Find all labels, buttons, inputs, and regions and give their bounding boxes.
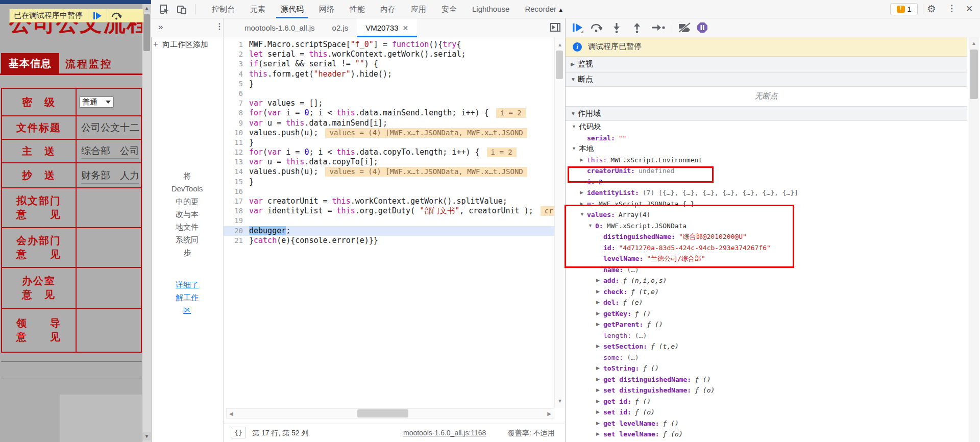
scope-row[interactable]: ▶check:ƒ (t,e)	[566, 286, 967, 298]
panel-tab-内存[interactable]: 内存	[373, 0, 403, 18]
resume-script-button[interactable]	[88, 9, 107, 22]
line-number[interactable]: 18	[224, 206, 249, 216]
chevron-right-icon[interactable]: ▶	[596, 297, 603, 308]
toggle-device-toolbar-button[interactable]	[177, 4, 187, 14]
editor-vertical-scrollbar[interactable]: ▲ ▼	[554, 37, 565, 408]
pause-on-exceptions-button[interactable]	[696, 21, 708, 34]
close-tab-icon[interactable]: ✕	[402, 24, 408, 32]
chevron-right-icon[interactable]: ▶	[596, 319, 603, 330]
scope-row[interactable]: ▶get levelName:ƒ ()	[566, 418, 967, 429]
code-line[interactable]: 11}	[224, 138, 554, 148]
scope-row[interactable]: serial:""	[566, 133, 967, 144]
scope-row[interactable]: length:(…)	[566, 330, 967, 341]
line-number[interactable]: 3	[224, 59, 249, 69]
chevron-down-icon[interactable]: ▼	[572, 143, 579, 155]
code-line[interactable]: 19	[224, 216, 554, 226]
step-button[interactable]	[651, 22, 666, 33]
panel-tab-Lighthouse[interactable]: Lighthouse	[464, 0, 517, 18]
panel-tab-安全[interactable]: 安全	[434, 0, 464, 18]
line-number[interactable]: 7	[224, 99, 249, 108]
line-number[interactable]: 17	[224, 197, 249, 206]
line-number[interactable]: 19	[224, 216, 249, 226]
code-editor[interactable]: 1MWF.Macro.scriptSpace["f_0"] = function…	[224, 37, 554, 407]
code-line[interactable]: 17var creatorUnit = this.workContext.get…	[224, 197, 554, 206]
line-number[interactable]: 12	[224, 148, 249, 157]
panel-tab-源代码[interactable]: 源代码	[273, 0, 311, 18]
add-folder-to-workspace[interactable]: +向工作区添加	[153, 39, 223, 50]
source-file-link[interactable]: mootools-1.6.0_all.js:1168	[403, 429, 486, 437]
editor-hscroll-thumb[interactable]	[357, 409, 408, 418]
code-line[interactable]: 13 var u = this.data.copyTo[i];	[224, 157, 554, 167]
file-tab-o2.js[interactable]: o2.js	[324, 18, 357, 37]
line-number[interactable]: 11	[224, 138, 249, 148]
page-scroll-thumb[interactable]	[143, 14, 150, 51]
page-tab-basic-info[interactable]: 基本信息	[1, 53, 59, 73]
code-line[interactable]: 5}	[224, 79, 554, 89]
chevron-right-icon[interactable]: ▶	[596, 363, 603, 374]
line-number[interactable]: 13	[224, 157, 249, 167]
chevron-right-icon[interactable]: ▶	[596, 374, 603, 385]
scope-row[interactable]: ▶get distinguishedName:ƒ ()	[566, 374, 967, 385]
editor-scroll-thumb[interactable]	[556, 51, 563, 79]
code-line[interactable]: 7var values = [];	[224, 99, 554, 108]
code-line[interactable]: 3if(serial && serial != "") {	[224, 59, 554, 69]
scroll-right-icon[interactable]: ▶	[547, 410, 551, 418]
chevron-right-icon[interactable]: ▶	[596, 418, 603, 429]
chevron-right-icon[interactable]: ▶	[596, 308, 603, 320]
breakpoints-section-header[interactable]: ▼ 断点	[566, 72, 967, 87]
scope-row[interactable]: ▶getKey:ƒ ()	[566, 308, 967, 320]
chevron-right-icon[interactable]: ▶	[580, 187, 587, 199]
workspace-learn-more-link[interactable]: 详细了解工作区	[151, 278, 223, 316]
scope-row[interactable]: some:(…)	[566, 352, 967, 363]
chevron-right-icon[interactable]: ▶	[596, 396, 603, 407]
code-line[interactable]: 2let serial = this.workContext.getWork()…	[224, 50, 554, 59]
code-line[interactable]: 8for(var i = 0; i < this.data.mainSend.l…	[224, 108, 554, 118]
file-tab-mootools-1.6.0_all.js[interactable]: mootools-1.6.0_all.js	[236, 18, 324, 37]
scope-row[interactable]: ▼代码块	[566, 121, 967, 133]
code-line[interactable]: 4 this.form.get("header").hide();	[224, 69, 554, 79]
line-number[interactable]: 2	[224, 50, 249, 59]
line-number[interactable]: 21	[224, 236, 249, 245]
step-over-button[interactable]	[107, 9, 126, 22]
panel-tab-Recorder[interactable]: Recorder ▲	[517, 0, 571, 18]
code-line[interactable]: 14 values.push(u);values = (4) [MWF.x…t.…	[224, 167, 554, 177]
scope-row[interactable]: ▶this:MWF.xScript.Environment	[566, 155, 967, 166]
code-line[interactable]: 16	[224, 187, 554, 197]
code-line[interactable]: 9 var u = this.data.mainSend[i];	[224, 118, 554, 128]
code-line[interactable]: 1MWF.Macro.scriptSpace["f_0"] = function…	[224, 40, 554, 50]
panel-tab-控制台[interactable]: 控制台	[204, 0, 242, 18]
page-tab-process-monitor[interactable]: 流程监控	[65, 57, 112, 71]
line-number[interactable]: 14	[224, 167, 249, 177]
resume-script-button[interactable]	[572, 22, 584, 33]
sidebar-scroll-thumb[interactable]	[970, 50, 978, 99]
code-line[interactable]: 12for(var i = 0; i < this.data.copyTo.le…	[224, 148, 554, 157]
chevron-right-icon[interactable]: ▶	[596, 341, 603, 352]
scope-row[interactable]: ▶set id:ƒ (o)	[566, 407, 967, 418]
line-number[interactable]: 16	[224, 187, 249, 197]
panel-tab-性能[interactable]: 性能	[342, 0, 373, 18]
scope-row[interactable]: ▶set distinguishedName:ƒ (o)	[566, 385, 967, 396]
chevron-down-icon[interactable]: ▼	[572, 121, 579, 133]
toggle-debugger-sidebar-button[interactable]	[550, 23, 560, 32]
code-line[interactable]: 21}catch(e){console.error(e)}}	[224, 236, 554, 245]
code-line[interactable]: 6	[224, 89, 554, 99]
code-line[interactable]: 10 values.push(u);values = (4) [MWF.x…t.…	[224, 128, 554, 138]
chevron-right-icon[interactable]: ▶	[596, 275, 603, 286]
line-number[interactable]: 8	[224, 108, 249, 118]
scope-row[interactable]: ▶setSection:ƒ (t,e)	[566, 341, 967, 352]
page-scrollbar[interactable]: ▲ ▼	[142, 4, 151, 442]
chevron-right-icon[interactable]: ▶	[580, 155, 587, 166]
scope-row[interactable]: ▶add:ƒ (n,i,o,s)	[566, 275, 967, 286]
line-number[interactable]: 15	[224, 177, 249, 187]
code-line[interactable]: 15}	[224, 177, 554, 187]
issues-counter-button[interactable]: 1	[890, 3, 918, 15]
navigator-more-tabs-button[interactable]: »	[158, 22, 163, 32]
security-level-select[interactable]: 普通	[79, 96, 114, 108]
chevron-right-icon[interactable]: ▶	[596, 407, 603, 418]
navigator-menu-icon[interactable]: ⋮	[215, 21, 224, 31]
scope-row[interactable]: ▼本地	[566, 143, 967, 155]
scope-section-header[interactable]: ▼ 作用域	[566, 106, 967, 121]
scroll-left-icon[interactable]: ◀	[229, 410, 233, 418]
scope-row[interactable]: ▶set levelName:ƒ (o)	[566, 429, 967, 440]
scope-row[interactable]: ▶del:ƒ (e)	[566, 297, 967, 308]
